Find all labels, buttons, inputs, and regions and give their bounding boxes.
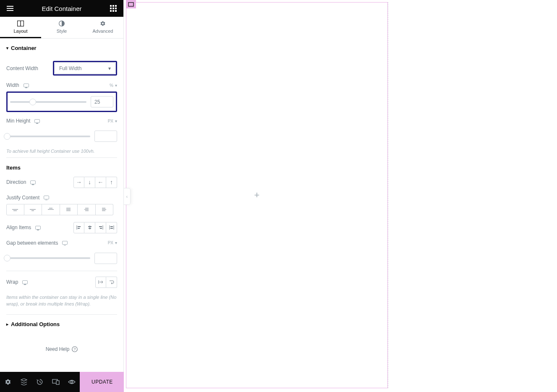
section-additional-label: Additional Options: [11, 321, 60, 327]
justify-center[interactable]: [24, 204, 42, 215]
tab-style-label: Style: [57, 29, 67, 34]
gap-unit[interactable]: PX▾: [108, 240, 117, 245]
tabset: Layout Style Advanced: [0, 17, 123, 39]
responsive-icon[interactable]: [62, 241, 68, 245]
direction-choices: → ↓ ← ↑: [73, 177, 117, 188]
content-width-highlight: Full Width ▾: [53, 61, 117, 76]
justify-choices: [6, 204, 117, 215]
slider-thumb[interactable]: [29, 99, 36, 105]
align-center[interactable]: [84, 222, 95, 233]
align-end[interactable]: [95, 222, 106, 233]
gap-input[interactable]: [94, 253, 117, 264]
responsive-icon[interactable]: [35, 226, 41, 230]
collapse-sidebar-button[interactable]: ‹: [124, 188, 131, 205]
settings-button[interactable]: [0, 372, 16, 392]
editor-sidebar: Edit Container Layout Style Advanced ▾ C…: [0, 0, 124, 392]
gap-row: Gap between elements PX▾: [6, 237, 117, 249]
align-label: Align Items: [6, 225, 31, 230]
direction-down[interactable]: ↓: [84, 177, 95, 188]
justify-evenly[interactable]: [96, 204, 114, 215]
align-stretch[interactable]: [106, 222, 117, 233]
width-slider[interactable]: [10, 101, 86, 103]
minheight-row: Min Height PX▾: [6, 115, 117, 127]
slider-thumb[interactable]: [4, 255, 10, 261]
section-container-header[interactable]: ▾ Container: [6, 39, 117, 57]
minheight-hint: To achieve full height Container use 100…: [6, 145, 117, 158]
editor-canvas[interactable]: +: [124, 0, 557, 392]
responsive-button[interactable]: [48, 372, 64, 392]
width-unit[interactable]: %▾: [110, 83, 117, 88]
panel-title: Edit Container: [42, 5, 81, 12]
justify-label: Justify Content: [6, 195, 39, 201]
wrap-label: Wrap: [6, 279, 18, 285]
preview-button[interactable]: [64, 372, 80, 392]
svg-rect-22: [88, 226, 92, 227]
chevron-down-icon: ▾: [108, 65, 111, 71]
minheight-unit[interactable]: PX▾: [108, 119, 117, 123]
minheight-input[interactable]: [94, 131, 117, 142]
responsive-icon[interactable]: [34, 119, 40, 123]
navigator-button[interactable]: [16, 372, 32, 392]
width-row: Width %▾: [6, 79, 117, 91]
svg-rect-29: [110, 226, 113, 227]
grid-icon: [110, 5, 117, 12]
menu-button[interactable]: [5, 3, 15, 13]
width-label: Width: [6, 82, 19, 88]
need-help[interactable]: Need Help ?: [6, 334, 117, 365]
gap-label: Gap between elements: [6, 240, 58, 246]
svg-rect-37: [128, 3, 133, 6]
tab-layout[interactable]: Layout: [0, 17, 41, 38]
content-width-label: Content Width: [6, 65, 38, 71]
responsive-icon[interactable]: [22, 280, 28, 284]
gap-slider[interactable]: [6, 257, 90, 259]
tab-style[interactable]: Style: [41, 17, 82, 38]
update-button[interactable]: UPDATE: [80, 372, 125, 392]
wrap-wrap[interactable]: [106, 277, 117, 288]
need-help-label: Need Help: [46, 346, 70, 352]
justify-around[interactable]: [78, 204, 96, 215]
gear-icon: [100, 21, 106, 26]
svg-text:?: ?: [74, 347, 76, 351]
svg-rect-20: [78, 228, 80, 229]
align-row: Align Items: [6, 219, 117, 237]
responsive-icon[interactable]: [24, 84, 29, 87]
chevron-down-icon: ▾: [115, 119, 117, 123]
chevron-down-icon: ▾: [115, 83, 117, 88]
container-icon: [128, 2, 134, 7]
justify-between[interactable]: [60, 204, 78, 215]
responsive-icon[interactable]: [30, 180, 36, 184]
svg-rect-30: [110, 228, 113, 229]
caret-down-icon: ▾: [6, 46, 8, 50]
slider-thumb[interactable]: [4, 133, 10, 140]
wrap-hint: Items within the container can stay in a…: [6, 291, 117, 310]
direction-right[interactable]: →: [73, 177, 84, 188]
section-additional-header[interactable]: ▸ Additional Options: [6, 314, 117, 334]
wrap-row: Wrap: [6, 273, 117, 291]
svg-rect-35: [56, 381, 59, 384]
svg-rect-26: [100, 228, 102, 229]
minheight-slider[interactable]: [6, 136, 90, 137]
direction-left[interactable]: ←: [95, 177, 106, 188]
widgets-button[interactable]: [108, 3, 118, 13]
style-icon: [59, 21, 65, 26]
responsive-icon[interactable]: [44, 196, 49, 199]
container-element[interactable]: +: [126, 2, 388, 388]
hamburger-icon: [7, 6, 13, 11]
content-width-select[interactable]: Full Width ▾: [55, 63, 115, 74]
wrap-nowrap[interactable]: [95, 277, 106, 288]
svg-rect-25: [99, 226, 102, 227]
add-widget-button[interactable]: +: [254, 190, 260, 201]
container-handle[interactable]: [126, 0, 136, 8]
justify-start[interactable]: [6, 204, 24, 215]
svg-rect-23: [89, 228, 91, 229]
chevron-left-icon: ‹: [126, 194, 128, 199]
svg-point-36: [71, 381, 73, 383]
direction-label: Direction: [6, 179, 26, 185]
tab-advanced[interactable]: Advanced: [82, 17, 123, 38]
width-input[interactable]: [91, 96, 113, 107]
align-start[interactable]: [73, 222, 84, 233]
caret-right-icon: ▸: [6, 322, 8, 327]
history-button[interactable]: [32, 372, 48, 392]
justify-end[interactable]: [42, 204, 60, 215]
direction-up[interactable]: ↑: [106, 177, 117, 188]
